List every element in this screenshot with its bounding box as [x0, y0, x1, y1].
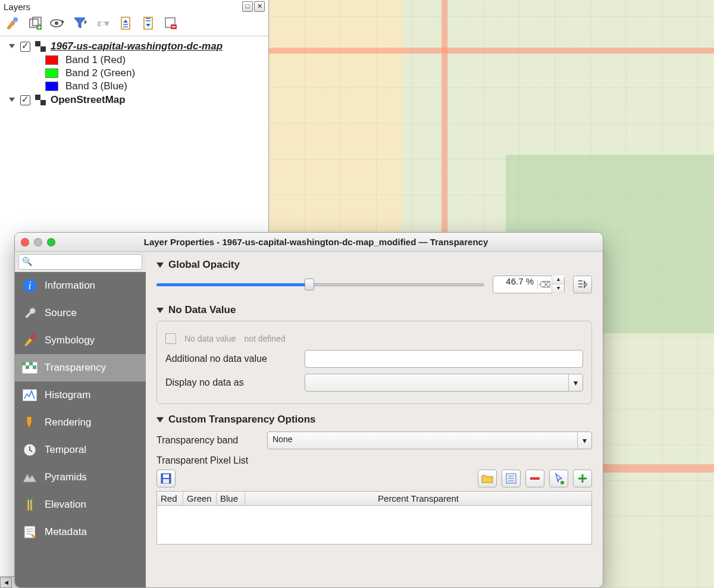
- layer-tree: 1967-us-capital-washington-dc-map Band 1…: [0, 36, 268, 110]
- layer-name: OpenStreetMap: [51, 94, 126, 106]
- layer-item-raster[interactable]: 1967-us-capital-washington-dc-map: [2, 40, 266, 53]
- sidebar-item-transparency[interactable]: Transparency: [15, 354, 146, 381]
- dialog-titlebar[interactable]: Layer Properties - 1967-us-capital-washi…: [15, 233, 603, 252]
- caret-down-icon[interactable]: [8, 96, 15, 104]
- svg-rect-20: [22, 362, 26, 365]
- sidebar-item-source[interactable]: Source: [15, 299, 146, 327]
- save-to-file-button[interactable]: [156, 470, 176, 487]
- remove-row-button[interactable]: [525, 470, 544, 487]
- window-close-icon[interactable]: [21, 238, 29, 246]
- additional-nodata-label: Additional no data value: [165, 354, 296, 364]
- section-heading: Custom Transparency Options: [168, 414, 316, 426]
- disclosure-triangle-icon[interactable]: [156, 308, 164, 313]
- sidebar-item-rendering[interactable]: Rendering: [15, 409, 146, 436]
- chevron-down-icon: ▾: [577, 432, 591, 449]
- no-data-checkbox[interactable]: [165, 333, 176, 344]
- brush-icon: [22, 333, 37, 348]
- add-group-icon[interactable]: [27, 15, 43, 31]
- sidebar-item-elevation[interactable]: Elevation: [15, 491, 146, 518]
- add-row-button[interactable]: [573, 470, 592, 487]
- column-header-percent[interactable]: Percent Transparent: [245, 492, 591, 505]
- remove-layer-icon[interactable]: [163, 15, 178, 31]
- dock-icon[interactable]: □: [242, 1, 253, 12]
- svg-rect-29: [163, 474, 169, 478]
- filter-funnel-icon[interactable]: [73, 15, 88, 31]
- svg-rect-23: [33, 365, 36, 369]
- layer-visibility-checkbox[interactable]: [20, 95, 30, 105]
- band-row[interactable]: Band 1 (Red): [2, 54, 266, 66]
- svg-rect-2: [33, 17, 41, 26]
- sidebar-item-metadata[interactable]: Metadata: [15, 518, 146, 546]
- band-row[interactable]: Band 3 (Blue): [2, 80, 266, 92]
- column-header-blue[interactable]: Blue: [217, 492, 245, 505]
- display-nodata-as-label: Display no data as: [165, 377, 296, 388]
- data-defined-override-button[interactable]: [573, 276, 592, 293]
- dialog-sidebar: 🔍 iInformation Source Symbology Transpar…: [15, 252, 146, 587]
- sidebar-item-symbology[interactable]: Symbology: [15, 327, 146, 354]
- no-data-status: not defined: [244, 334, 285, 343]
- svg-rect-21: [29, 362, 33, 365]
- visibility-eye-icon[interactable]: [50, 15, 65, 31]
- metadata-icon: [22, 524, 37, 540]
- svg-rect-30: [163, 479, 169, 483]
- additional-nodata-input[interactable]: [305, 350, 583, 368]
- collapse-all-icon[interactable]: [140, 15, 156, 31]
- sidebar-item-information[interactable]: iInformation: [15, 272, 146, 299]
- style-brush-icon[interactable]: [5, 15, 20, 31]
- scroll-left-icon[interactable]: ◂: [0, 577, 12, 588]
- column-header-red[interactable]: Red: [157, 492, 183, 505]
- transparency-band-value: None: [268, 432, 577, 449]
- pick-from-canvas-button[interactable]: [549, 470, 568, 487]
- svg-rect-15: [40, 100, 46, 105]
- histogram-icon: [22, 387, 37, 403]
- caret-down-icon[interactable]: [8, 43, 15, 50]
- svg-point-33: [560, 481, 564, 484]
- raster-layer-icon: [35, 95, 46, 105]
- disclosure-triangle-icon[interactable]: [156, 262, 164, 268]
- disclosure-triangle-icon[interactable]: [156, 417, 164, 423]
- sidebar-item-temporal[interactable]: Temporal: [15, 436, 146, 464]
- band-row[interactable]: Band 2 (Green): [2, 67, 266, 79]
- dialog-main: Global Opacity 46.7 % ⌫ ▴▾ No Data Value…: [146, 252, 603, 587]
- sidebar-item-label: Symbology: [45, 334, 95, 346]
- default-values-button[interactable]: [502, 470, 521, 487]
- sidebar-item-label: Metadata: [45, 526, 87, 538]
- svg-rect-11: [35, 41, 40, 46]
- column-header-green[interactable]: Green: [183, 492, 217, 505]
- opacity-value-input[interactable]: 46.7 % ⌫ ▴▾: [493, 276, 565, 293]
- layer-item-osm[interactable]: OpenStreetMap: [2, 93, 266, 107]
- close-icon[interactable]: ✕: [254, 1, 265, 12]
- color-swatch: [45, 55, 58, 65]
- layer-visibility-checkbox[interactable]: [20, 42, 30, 52]
- transparency-band-combo[interactable]: None▾: [267, 431, 592, 449]
- raster-layer-icon: [35, 41, 46, 52]
- svg-rect-7: [144, 17, 152, 29]
- svg-point-5: [55, 21, 58, 25]
- expression-icon[interactable]: ε□ ▾: [95, 15, 111, 31]
- load-from-file-button[interactable]: [478, 470, 497, 487]
- transparent-pixel-table[interactable]: Red Green Blue Percent Transparent: [156, 491, 592, 545]
- sidebar-item-histogram[interactable]: Histogram: [15, 381, 146, 409]
- info-icon: i: [22, 278, 37, 293]
- clear-value-icon[interactable]: ⌫: [537, 280, 552, 289]
- sidebar-item-label: Source: [45, 307, 77, 319]
- sidebar-item-label: Elevation: [45, 499, 86, 511]
- sidebar-item-label: Transparency: [45, 362, 106, 374]
- svg-rect-32: [530, 477, 540, 480]
- display-nodata-color-combo[interactable]: ▾: [305, 374, 583, 392]
- expand-all-icon[interactable]: [118, 15, 133, 31]
- wrench-icon: [22, 305, 37, 321]
- sidebar-search-input[interactable]: [18, 254, 142, 270]
- spin-up-icon[interactable]: ▴: [552, 276, 564, 284]
- elevation-icon: [22, 497, 37, 512]
- color-swatch: [45, 82, 58, 91]
- spin-down-icon[interactable]: ▾: [552, 284, 564, 293]
- layers-panel-title: Layers: [4, 2, 30, 12]
- sidebar-item-pyramids[interactable]: Pyramids: [15, 464, 146, 491]
- clock-icon: [22, 442, 37, 458]
- section-heading: No Data Value: [168, 304, 236, 316]
- opacity-value-text[interactable]: 46.7 %: [493, 276, 537, 293]
- opacity-slider[interactable]: [156, 276, 484, 293]
- svg-rect-22: [26, 365, 29, 369]
- svg-rect-18: [30, 334, 36, 339]
